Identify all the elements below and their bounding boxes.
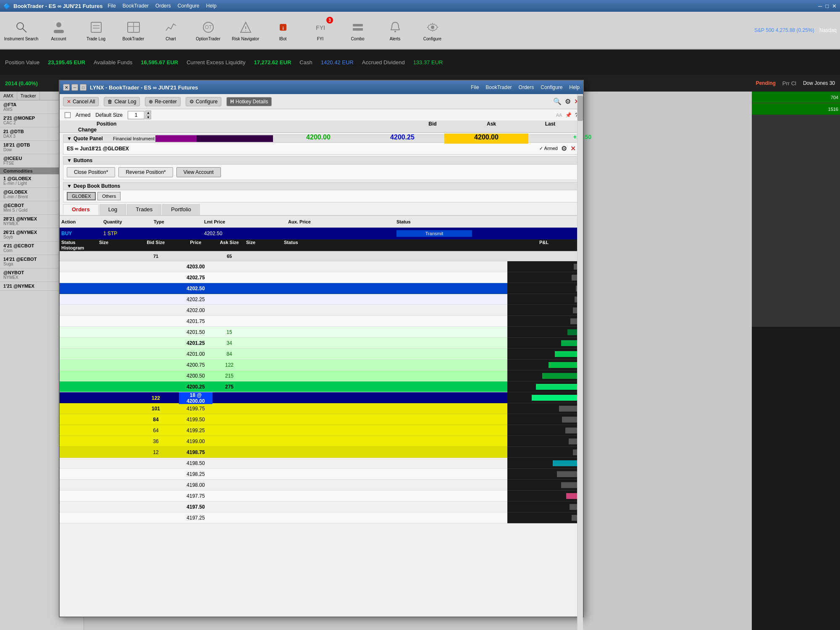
armed-checkbox[interactable]	[65, 112, 71, 118]
book-row: 84 4199.50	[60, 414, 583, 425]
bt-menu-help[interactable]: Help	[569, 84, 580, 90]
armed-label: Armed	[76, 112, 90, 118]
tradelog-icon	[89, 20, 104, 35]
quantity-input[interactable]	[128, 111, 144, 119]
bt-menu-file[interactable]: File	[471, 84, 479, 90]
scrollbar-thumb[interactable]	[578, 96, 583, 121]
combo-button[interactable]: Combo	[340, 13, 375, 47]
configure-bt-button[interactable]: ⚙ Configure	[186, 97, 221, 106]
close-icon2[interactable]: ✕	[570, 144, 576, 152]
svg-rect-18	[353, 24, 363, 26]
bt-minimize-btn[interactable]: ─	[71, 84, 78, 91]
amx-tab[interactable]: AMX	[0, 92, 17, 100]
log-tab[interactable]: Log	[100, 204, 126, 215]
collapse-icon: ▼	[67, 136, 72, 142]
deep-book-collapse: ▼	[67, 183, 72, 189]
deep-book-row: GLOBEX Others	[63, 190, 579, 202]
armed-toggle[interactable]: ✓ Armed	[539, 146, 558, 151]
buttons-section-header[interactable]: ▼ Buttons	[63, 157, 579, 165]
menu-configure[interactable]: Configure	[178, 3, 200, 9]
deep-book-section: ▼ Deep Book Buttons GLOBEX Others	[63, 182, 580, 202]
book-row: 4202.75	[60, 272, 583, 283]
default-size-label: Default Size	[95, 112, 123, 118]
status-col: Status	[396, 219, 472, 224]
deep-book-header[interactable]: ▼ Deep Book Buttons	[63, 182, 579, 190]
globex-button[interactable]: GLOBEX	[67, 192, 96, 200]
window-minimize[interactable]: ─	[818, 3, 822, 9]
window-maximize[interactable]: □	[825, 3, 829, 9]
optiontrader-button[interactable]: OT OptionTrader	[190, 13, 226, 47]
hotkey-icon: H	[230, 99, 234, 105]
search-icon	[14, 20, 29, 35]
cancel-all-icon: ✕	[67, 99, 71, 105]
price-row: 1516	[752, 103, 840, 115]
fyi-button[interactable]: FYI 3 FYI	[302, 13, 338, 47]
risknav-button[interactable]: Risk Navigator	[228, 13, 263, 47]
order-quantity-type: 1 STP	[103, 231, 154, 236]
price-row	[752, 115, 840, 127]
buttons-section: ▼ Buttons Close Position* Reverse Positi…	[63, 156, 580, 180]
trades-tab[interactable]: Trades	[127, 204, 161, 215]
ibot-button[interactable]: i IBot	[265, 13, 301, 47]
configure-button[interactable]: Configure	[415, 13, 450, 47]
recenter-button[interactable]: ⊕ Re-center	[145, 97, 181, 106]
orders-tabs: Orders Log Trades Portfolio	[60, 204, 583, 216]
bt-close-btn[interactable]: ✕	[63, 84, 70, 91]
instrument-name: ES ∞ Jun18'21 @GLOBEX	[67, 146, 129, 152]
action-col: Action	[61, 219, 103, 224]
menu-booktrader[interactable]: BookTrader	[123, 3, 149, 9]
bt-maximize-btn[interactable]: □	[80, 84, 87, 91]
ibot-icon: i	[276, 20, 291, 35]
quote-panel-header[interactable]: ▼ Quote Panel Financial Instrument 4200.…	[63, 135, 579, 143]
svg-rect-3	[54, 30, 64, 33]
position-col-header: Position	[97, 121, 403, 127]
window-close[interactable]: ✕	[832, 3, 837, 9]
bt-menu-booktrader[interactable]: BookTrader	[486, 84, 512, 90]
menu-orders[interactable]: Orders	[155, 3, 171, 9]
svg-text:i: i	[282, 26, 284, 31]
hotkey-button[interactable]: H Hotkey Details	[226, 97, 272, 106]
bt-menu-orders[interactable]: Orders	[519, 84, 534, 90]
selected-price-row[interactable]: 4202.50	[60, 283, 583, 294]
menu-help[interactable]: Help	[206, 3, 217, 9]
quantity-spinner[interactable]: ▲ ▼	[128, 110, 151, 119]
svg-point-20	[394, 31, 396, 32]
portfolio-tab[interactable]: Portfolio	[162, 204, 200, 215]
bt-window-title: LYNX - BookTrader - ES ∞ JUN'21 Futures	[90, 84, 198, 91]
reverse-position-button[interactable]: Reverse Position*	[118, 167, 173, 177]
clear-log-button[interactable]: 🗑 Clear Log	[104, 97, 140, 106]
tradelog-button[interactable]: Trade Log	[78, 13, 114, 47]
cancel-all-button[interactable]: ✕ Cancel All	[63, 97, 99, 106]
spinner-up[interactable]: ▲	[145, 110, 151, 115]
bt-settings-icon[interactable]: ⚙	[565, 97, 571, 105]
bt-menu-configure[interactable]: Configure	[541, 84, 562, 90]
svg-rect-19	[353, 28, 363, 31]
bid-display: 4200.00	[276, 134, 360, 144]
status-header2: Status	[284, 240, 539, 245]
alerts-button[interactable]: Alerts	[377, 13, 413, 47]
instrument-search-button[interactable]: Instrument Search	[3, 13, 39, 47]
transmit-button[interactable]: Transmit	[396, 230, 472, 237]
chart-button[interactable]: Chart	[153, 13, 189, 47]
bt-pin-icon[interactable]: 📌	[565, 112, 572, 118]
change-value: 2014 (0.40%)	[5, 80, 38, 87]
price-row: 704	[752, 92, 840, 103]
close-position-button[interactable]: Close Position*	[67, 167, 115, 177]
others-button[interactable]: Others	[97, 192, 121, 200]
booktrader-button[interactable]: BookTrader	[116, 13, 151, 47]
tracker-tab[interactable]: Tracker	[17, 92, 40, 100]
vertical-scrollbar[interactable]	[577, 94, 583, 630]
book-row: 4201.25 34	[60, 338, 583, 349]
current-price-row[interactable]: 122 18 @ 4200.00	[60, 392, 583, 403]
menu-file[interactable]: File	[108, 3, 116, 9]
account-button[interactable]: Account	[41, 13, 76, 47]
spinner-down[interactable]: ▼	[145, 115, 151, 119]
nasdaq-label: Nasdaq	[819, 27, 837, 33]
orders-tab[interactable]: Orders	[63, 204, 99, 215]
view-account-button[interactable]: View Account	[176, 167, 221, 177]
configure-bt-icon: ⚙	[189, 99, 194, 105]
price-row	[752, 209, 840, 221]
ask-green-row: 4200.25 275	[60, 381, 583, 392]
settings-icon2[interactable]: ⚙	[561, 144, 567, 152]
bt-zoom-icon[interactable]: 🔍	[553, 97, 562, 105]
